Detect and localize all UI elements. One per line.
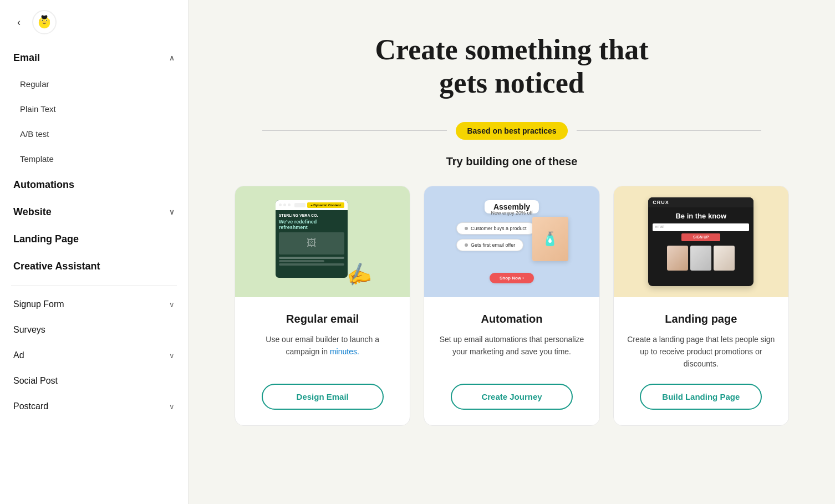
divider-left bbox=[262, 130, 447, 131]
sidebar-item-ad[interactable]: Ad ∨ bbox=[0, 343, 188, 368]
ad-chevron: ∨ bbox=[169, 352, 175, 360]
template-label: Template bbox=[20, 154, 54, 164]
card-automation: Assembly Now enjoy 20% off Customer buys… bbox=[424, 186, 599, 426]
landing-page-label: Landing Page bbox=[13, 233, 79, 245]
sidebar-item-creative-assistant[interactable]: Creative Assistant bbox=[0, 253, 188, 280]
create-journey-button[interactable]: Create Journey bbox=[451, 384, 573, 410]
sidebar-item-signup-form[interactable]: Signup Form ∨ bbox=[0, 292, 188, 317]
svg-point-13 bbox=[45, 15, 47, 18]
sidebar-item-surveys[interactable]: Surveys bbox=[0, 317, 188, 343]
card-landing-page: CRUX Be in the know email SIGN UP bbox=[613, 186, 789, 426]
sidebar-divider bbox=[11, 286, 177, 286]
card-body-automation: Automation Set up email automations that… bbox=[424, 297, 599, 425]
card-image-landing: CRUX Be in the know email SIGN UP bbox=[614, 186, 788, 297]
signup-form-label: Signup Form bbox=[13, 299, 64, 309]
svg-point-12 bbox=[42, 15, 44, 18]
signup-form-chevron: ∨ bbox=[169, 301, 175, 309]
email-chevron: ∧ bbox=[169, 54, 175, 62]
postcard-chevron: ∨ bbox=[169, 403, 175, 411]
sidebar-item-email[interactable]: Email ∧ bbox=[0, 44, 188, 72]
sidebar-item-ab-test[interactable]: A/B test bbox=[0, 121, 188, 146]
email-label: Email bbox=[13, 52, 40, 64]
svg-point-10 bbox=[48, 20, 49, 22]
surveys-label: Surveys bbox=[13, 325, 45, 335]
sidebar-item-landing-page[interactable]: Landing Page bbox=[0, 226, 188, 253]
sidebar-item-regular[interactable]: Regular bbox=[0, 72, 188, 96]
card-image-automation: Assembly Now enjoy 20% off Customer buys… bbox=[424, 186, 599, 297]
sidebar-header: ‹ bbox=[0, 0, 188, 44]
website-chevron: ∨ bbox=[169, 208, 175, 216]
card-body-landing: Landing page Create a landing page that … bbox=[614, 297, 788, 425]
main-content: Create something that gets noticed Based… bbox=[189, 0, 835, 504]
website-label: Website bbox=[13, 206, 52, 218]
mailchimp-logo bbox=[32, 10, 57, 34]
svg-point-6 bbox=[42, 21, 47, 24]
regular-label: Regular bbox=[20, 79, 49, 89]
best-practices-badge: Based on best practices bbox=[456, 122, 567, 140]
creative-assistant-label: Creative Assistant bbox=[13, 261, 100, 272]
svg-point-4 bbox=[42, 20, 43, 21]
cards-container: + Dynamic Content STERLING VERA CO. We'v… bbox=[235, 186, 789, 426]
sidebar-item-website[interactable]: Website ∨ bbox=[0, 198, 188, 226]
ab-test-label: A/B test bbox=[20, 129, 49, 139]
postcard-label: Postcard bbox=[13, 401, 48, 411]
section-subtitle: Try building one of these bbox=[446, 155, 578, 168]
card-desc-automation: Set up email automations that personaliz… bbox=[437, 333, 585, 370]
sidebar-item-template[interactable]: Template bbox=[0, 146, 188, 171]
sidebar-item-social-post[interactable]: Social Post bbox=[0, 368, 188, 394]
card-body-email: Regular email Use our email builder to l… bbox=[235, 297, 410, 425]
sidebar-item-plain-text[interactable]: Plain Text bbox=[0, 96, 188, 121]
sidebar-item-automations[interactable]: Automations bbox=[0, 171, 188, 198]
back-button[interactable]: ‹ bbox=[11, 14, 27, 30]
card-title-landing: Landing page bbox=[665, 313, 737, 325]
ad-label: Ad bbox=[13, 350, 24, 360]
card-title-email: Regular email bbox=[286, 313, 359, 325]
sidebar-item-postcard[interactable]: Postcard ∨ bbox=[0, 394, 188, 419]
card-image-email: + Dynamic Content STERLING VERA CO. We'v… bbox=[235, 186, 410, 297]
divider-with-badge: Based on best practices bbox=[262, 122, 761, 140]
divider-right bbox=[577, 130, 761, 131]
sidebar: ‹ Email ∧ bbox=[0, 0, 189, 504]
card-title-automation: Automation bbox=[481, 313, 542, 325]
plain-text-label: Plain Text bbox=[20, 104, 56, 114]
design-email-button[interactable]: Design Email bbox=[262, 384, 384, 410]
automations-label: Automations bbox=[13, 179, 74, 191]
svg-point-5 bbox=[46, 20, 47, 21]
card-regular-email: + Dynamic Content STERLING VERA CO. We'v… bbox=[235, 186, 410, 426]
svg-point-9 bbox=[39, 20, 41, 22]
card-desc-email: Use our email builder to launch a campai… bbox=[248, 333, 396, 370]
hero-title: Create something that gets noticed bbox=[375, 33, 649, 100]
social-post-label: Social Post bbox=[13, 376, 58, 386]
build-landing-page-button[interactable]: Build Landing Page bbox=[640, 384, 762, 410]
card-desc-landing: Create a landing page that lets people s… bbox=[627, 333, 775, 370]
